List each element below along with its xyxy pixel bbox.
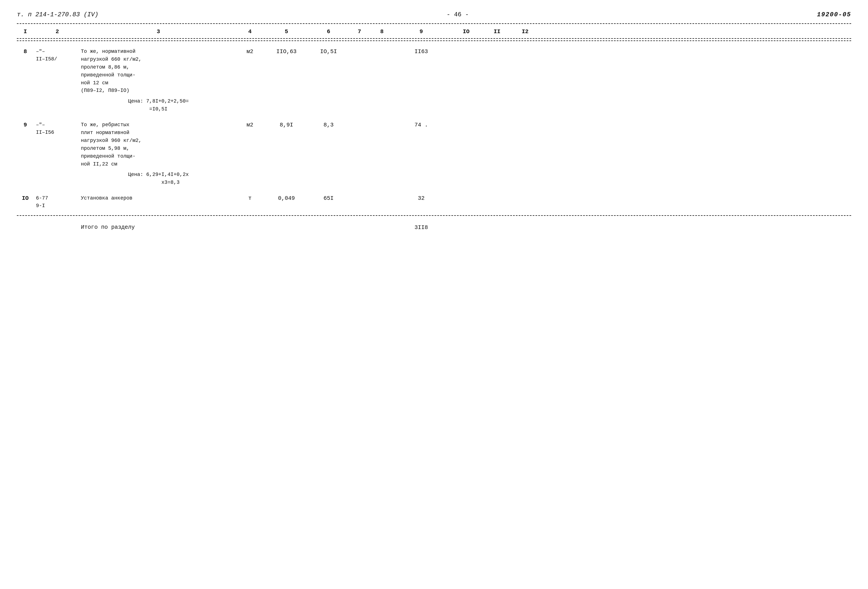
row-10-col7 xyxy=(348,194,371,195)
top-dashed-line xyxy=(17,23,851,24)
row-9-col12 xyxy=(511,121,539,122)
row-10-col12 xyxy=(511,194,539,195)
col-header-4: 4 xyxy=(236,28,264,35)
row-10-col10 xyxy=(449,194,483,195)
row-9-col7 xyxy=(348,121,371,122)
col-header-11: II xyxy=(483,28,511,35)
row-8-col8 xyxy=(371,48,393,48)
col-header-6: 6 xyxy=(309,28,348,35)
col-header-7: 7 xyxy=(348,28,371,35)
header-center: - 46 - xyxy=(446,11,469,18)
row-8-col9: II63 xyxy=(393,48,449,55)
col-header-9: 9 xyxy=(393,28,449,35)
col-header-8: 8 xyxy=(371,28,393,35)
row-8-col11 xyxy=(483,48,511,48)
col-header-3: 3 xyxy=(79,28,236,35)
row-10-num: IO xyxy=(17,194,34,201)
row-8-desc: То же, нормативнойнагрузкой 660 кг/м2,пр… xyxy=(79,48,236,113)
col-header-12: I2 xyxy=(511,28,539,35)
row-10-col11 xyxy=(483,194,511,195)
header-bottom-line xyxy=(17,38,851,39)
pre-total-dashed-line xyxy=(17,215,851,216)
row-9-col11 xyxy=(483,121,511,122)
row-9-col9: 74 . xyxy=(393,121,449,128)
page-header: т. п 214-1-270.83 (IV) - 46 - 19200-05 xyxy=(17,11,851,18)
row-10-col5: 0,049 xyxy=(264,194,309,201)
row-10-col6: 65I xyxy=(309,194,348,201)
row-8-col6: IO,5I xyxy=(309,48,348,55)
total-row: Итого по разделу 3II8 xyxy=(17,219,851,234)
col-header-5: 5 xyxy=(264,28,309,35)
row-8-num: 8 xyxy=(17,48,34,55)
row-8-unit: м2 xyxy=(236,48,264,55)
total-label: Итого по разделу xyxy=(79,224,236,231)
table-row: 9 –"–II–I56 То же, ребристыхплит нормати… xyxy=(17,116,851,189)
row-10-desc: Установка анкеров xyxy=(79,194,236,202)
row-9-desc: То же, ребристыхплит нормативнойнагрузко… xyxy=(79,121,236,186)
row-8-col5: IIO,63 xyxy=(264,48,309,55)
row-8-code: –"–II–I58/ xyxy=(34,48,79,63)
row-8-col10 xyxy=(449,48,483,48)
col-header-1: I xyxy=(17,28,34,35)
row-9-col8 xyxy=(371,121,393,122)
header-right: 19200-05 xyxy=(817,11,851,18)
row-10-unit: т xyxy=(236,194,264,201)
col-header-10: IO xyxy=(449,28,483,35)
row-10-code: 6-779-I xyxy=(34,194,79,210)
table-row: IO 6-779-I Установка анкеров т 0,049 65I… xyxy=(17,189,851,212)
row-10-col9: 32 xyxy=(393,194,449,201)
column-headers: I 2 3 4 5 6 7 8 9 IO II I2 xyxy=(17,25,851,37)
table-row: 8 –"–II–I58/ То же, нормативнойнагрузкой… xyxy=(17,43,851,116)
row-8-col7 xyxy=(348,48,371,48)
row-9-num: 9 xyxy=(17,121,34,128)
total-value: 3II8 xyxy=(393,224,449,231)
row-9-code: –"–II–I56 xyxy=(34,121,79,136)
row-8-col12 xyxy=(511,48,539,48)
header-left: т. п 214-1-270.83 (IV) xyxy=(17,11,98,18)
row-10-col8 xyxy=(371,194,393,195)
row-9-unit: м2 xyxy=(236,121,264,128)
row-9-col10 xyxy=(449,121,483,122)
col-header-2: 2 xyxy=(34,28,79,35)
row-9-col5: 8,9I xyxy=(264,121,309,128)
header-bottom-line2 xyxy=(17,40,851,41)
row-9-col6: 8,3 xyxy=(309,121,348,128)
